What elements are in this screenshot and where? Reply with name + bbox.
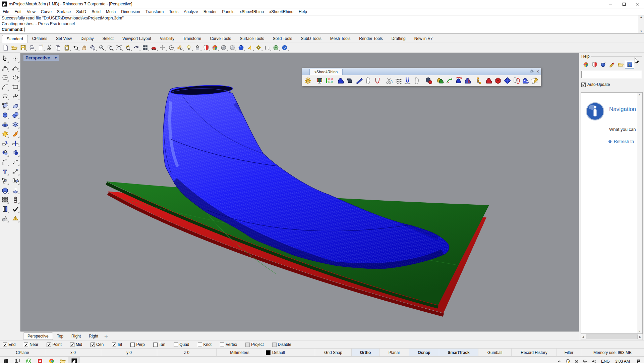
- toolbar-tab-surface-tools[interactable]: Surface Tools: [235, 35, 269, 43]
- status-ortho[interactable]: Ortho: [352, 349, 379, 356]
- color-wheel-button[interactable]: [211, 44, 219, 52]
- menu-dimension[interactable]: Dimension: [118, 9, 143, 15]
- group-tool-button[interactable]: [1, 177, 9, 185]
- cut-button[interactable]: [45, 44, 54, 52]
- viewport-title-dropdown[interactable]: Perspective ▼: [23, 55, 59, 61]
- toolbar-tab-drafting[interactable]: Drafting: [387, 35, 410, 43]
- new-file-button[interactable]: [1, 44, 10, 52]
- toolbar-tab-render-tools[interactable]: Render Tools: [355, 35, 387, 43]
- copy-to-clipboard-button[interactable]: [36, 44, 45, 52]
- gear-options-button[interactable]: [254, 44, 263, 52]
- pan-button[interactable]: [80, 44, 89, 52]
- osnap-project[interactable]: Project: [245, 342, 264, 347]
- rectangle-tool-button[interactable]: [11, 83, 19, 91]
- point-tool-button[interactable]: [11, 55, 19, 63]
- save-button[interactable]: [19, 44, 27, 52]
- panel-tab-shield[interactable]: [590, 60, 599, 68]
- xshoe-size-binary-button[interactable]: 01110110: [325, 76, 334, 85]
- toolbar-tab-standard[interactable]: Standard: [2, 35, 28, 43]
- osnap-tan[interactable]: Tan: [153, 342, 165, 347]
- xshoe-sketch-button[interactable]: [530, 76, 539, 85]
- zoom-dynamic-button[interactable]: [97, 44, 106, 52]
- dimension-button[interactable]: [263, 44, 272, 52]
- scroll-down-icon[interactable]: ▼: [640, 30, 643, 33]
- scrollbar-thumb[interactable]: [586, 334, 638, 339]
- pointer-tool-button[interactable]: [1, 55, 9, 63]
- toolbar-tab-display[interactable]: Display: [76, 35, 98, 43]
- menu-solid[interactable]: Solid: [89, 9, 103, 15]
- osnap-point[interactable]: Point: [47, 342, 61, 347]
- zoom-selected-button[interactable]: [123, 44, 132, 52]
- free-curve-tool-button[interactable]: [11, 92, 19, 100]
- xshoe-shoes-pair-button[interactable]: [436, 76, 445, 85]
- osnap-knot[interactable]: Knot: [198, 342, 212, 347]
- toolbar-tab-mesh-tools[interactable]: Mesh Tools: [326, 35, 355, 43]
- array-vertical-tool-button[interactable]: [11, 196, 19, 204]
- menu-xshoe4rhino[interactable]: xShoe4Rhino: [267, 9, 296, 15]
- menu-render[interactable]: Render: [201, 9, 219, 15]
- viewport-tab-perspective-0[interactable]: Perspective: [23, 332, 53, 340]
- panel-tab-help-book[interactable]: ?: [625, 60, 634, 69]
- menu-mesh[interactable]: Mesh: [103, 9, 118, 15]
- status-x-0[interactable]: x 0: [45, 349, 101, 356]
- plugin-gear-icon[interactable]: [529, 69, 535, 74]
- status-millimeters[interactable]: Millimeters: [217, 349, 263, 356]
- xshoe-diamond-blue-button[interactable]: [503, 76, 512, 85]
- print-button[interactable]: [27, 44, 36, 52]
- status-default[interactable]: Default: [263, 349, 315, 356]
- cplane-circle-button[interactable]: [167, 44, 176, 52]
- lightbulb-button[interactable]: [184, 44, 193, 52]
- osnap-mid[interactable]: Mid: [70, 342, 82, 347]
- pyramid-tool-button[interactable]: [11, 214, 19, 222]
- trim-tool-button[interactable]: [1, 139, 9, 147]
- boolean-union-tool-button[interactable]: [1, 149, 9, 157]
- blend-tool-button[interactable]: [11, 158, 19, 166]
- move-button[interactable]: [158, 44, 167, 52]
- scroll-right-icon[interactable]: ▶: [638, 335, 642, 339]
- menu-help[interactable]: Help: [296, 9, 310, 15]
- rotate-tool-button[interactable]: [11, 177, 19, 185]
- osnap-cen[interactable]: Cen: [91, 342, 104, 347]
- ghosted-sphere-button[interactable]: [228, 44, 237, 52]
- box-tool-button[interactable]: [1, 111, 9, 119]
- xshoe-flatten-waves-button[interactable]: [394, 76, 403, 85]
- language-indicator[interactable]: ENG: [598, 359, 612, 363]
- xshoe-last-u-button[interactable]: [403, 76, 412, 85]
- panel-tab-color-wheel[interactable]: [581, 60, 590, 68]
- tray-defender-shield-icon[interactable]: !: [564, 357, 572, 363]
- taskbar-chrome[interactable]: [46, 357, 57, 363]
- help-horizontal-scrollbar[interactable]: ◀ ▶: [581, 334, 643, 340]
- torus-tool-button[interactable]: [1, 120, 9, 128]
- control-point-curve-tool-button[interactable]: [1, 64, 9, 72]
- status-grid-snap[interactable]: Grid Snap: [315, 349, 352, 356]
- panel-tab-folder[interactable]: [616, 60, 625, 68]
- layer-state-button[interactable]: [176, 44, 184, 52]
- help-vertical-scrollbar[interactable]: ∧ ∨: [637, 93, 642, 333]
- taskbar-rhino-app[interactable]: [68, 357, 80, 363]
- xshoe-heel-block-button[interactable]: [345, 76, 354, 85]
- toolbar-tab-curve-tools[interactable]: Curve Tools: [206, 35, 235, 43]
- xshoe-sole-outline-button[interactable]: [364, 76, 373, 85]
- extrude-solid-tool-button[interactable]: [1, 186, 9, 194]
- xshoe-soles-pair-button[interactable]: [512, 76, 521, 85]
- xshoe-arrows-green-button[interactable]: [445, 76, 454, 85]
- join-tool-button[interactable]: [1, 205, 9, 213]
- status-y-0[interactable]: y 0: [101, 349, 157, 356]
- copy-button[interactable]: [54, 44, 62, 52]
- chevron-down-icon[interactable]: ▼: [53, 56, 58, 60]
- osnap-quad[interactable]: Quad: [174, 342, 189, 347]
- osnap-disable[interactable]: Disable: [272, 342, 291, 347]
- tray-camera-icon[interactable]: [572, 357, 581, 363]
- status-cplane[interactable]: CPlane: [0, 349, 45, 356]
- shaded-sphere-button[interactable]: [219, 44, 228, 52]
- interpolate-curve-tool-button[interactable]: [11, 64, 19, 72]
- command-scrollbar[interactable]: ▲▼: [638, 15, 644, 33]
- zoom-extents-button[interactable]: [115, 44, 123, 52]
- fillet-tool-button[interactable]: [1, 158, 9, 166]
- primitives-tool-button[interactable]: [1, 214, 9, 222]
- xshoe-last-upper-button[interactable]: [521, 76, 530, 85]
- surface-points-tool-button[interactable]: [1, 102, 9, 110]
- plugin-close-icon[interactable]: ✕: [535, 69, 541, 74]
- menu-surface[interactable]: Surface: [54, 9, 73, 15]
- toolbar-tab-solid-tools[interactable]: Solid Tools: [269, 35, 297, 43]
